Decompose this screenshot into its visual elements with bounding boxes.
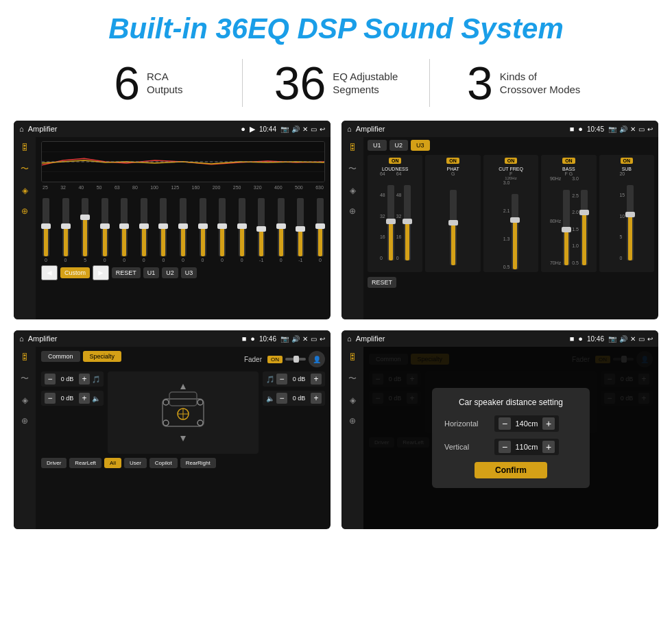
confirm-button[interactable]: Confirm: [475, 462, 547, 478]
eq-slider-11: -1: [258, 198, 265, 263]
svg-point-13: [163, 420, 169, 426]
crossover-u2-button[interactable]: U2: [389, 140, 409, 151]
horizontal-value: 140cm: [514, 419, 540, 428]
fader-label: Fader: [244, 356, 262, 363]
crossover-reset: RESET: [368, 275, 654, 288]
spk-copilot-btn[interactable]: Copilot: [149, 458, 178, 468]
tab-common[interactable]: Common: [41, 351, 80, 362]
phat-label: PHAT: [428, 167, 477, 171]
fader-slider-icon: [285, 354, 306, 364]
vertical-plus-btn[interactable]: +: [542, 441, 555, 453]
back-icon-2[interactable]: ↩: [647, 125, 653, 133]
speaker-left-controls: − 0 dB + 🎵 − 0 dB + 🔈: [41, 371, 104, 454]
eq-slider-9: 0: [219, 198, 226, 263]
speaker-tune-icon[interactable]: 🎛: [21, 352, 29, 362]
stat-crossover: 3 Kinds ofCrossover Modes: [430, 60, 617, 106]
close-icon[interactable]: ✕: [302, 125, 308, 133]
svg-marker-16: [180, 436, 186, 441]
back-icon-3[interactable]: ↩: [320, 335, 325, 343]
eq-prev-button[interactable]: ◄: [41, 265, 58, 280]
home-icon[interactable]: ⌂: [19, 125, 24, 133]
eq-slider-6: 0: [160, 198, 167, 263]
eq-reset-button[interactable]: RESET: [112, 267, 141, 278]
spk-rearright-btn[interactable]: RearRight: [180, 458, 216, 468]
speaker-speaker-icon[interactable]: ◈: [22, 395, 28, 405]
crossover-tune-icon[interactable]: 🎛: [348, 143, 357, 152]
screen-crossover-topbar: ⌂ Amplifier ■ ● 10:45 📷 🔊 ✕ ▭ ↩: [341, 121, 658, 137]
distance-extra-icon[interactable]: ⊕: [349, 416, 356, 426]
vol-rl-plus[interactable]: +: [79, 393, 90, 404]
vol-rr-minus[interactable]: −: [276, 393, 287, 404]
close-icon-2[interactable]: ✕: [630, 125, 636, 133]
play-icon[interactable]: ▶: [250, 125, 255, 134]
vol-fr-plus[interactable]: +: [311, 374, 322, 385]
tab-specialty[interactable]: Specialty: [83, 351, 122, 362]
vol-rr-val: 0 dB: [289, 395, 309, 402]
eq-wave-icon[interactable]: 〜: [21, 163, 29, 175]
rl-speaker-icon: 🔈: [92, 395, 100, 402]
eq-tune-icon[interactable]: 🎛: [21, 143, 29, 152]
close-icon-3[interactable]: ✕: [302, 335, 308, 343]
vertical-value: 110cm: [514, 443, 540, 451]
crossover-u3-button[interactable]: U3: [411, 140, 430, 151]
speaker-right-controls: 🎵 − 0 dB + 🔈 − 0 dB +: [263, 371, 325, 454]
vol-fr-minus[interactable]: −: [276, 374, 287, 385]
distance-speaker-icon[interactable]: ◈: [350, 395, 356, 405]
eq-u2-button[interactable]: U2: [162, 267, 178, 278]
crossover-speaker-icon[interactable]: ◈: [350, 186, 356, 195]
eq-next-button[interactable]: ►: [93, 265, 109, 280]
speaker-extra-icon[interactable]: ⊕: [21, 416, 28, 426]
eq-extra-icon[interactable]: ⊕: [21, 206, 28, 216]
screen-eq-title: Amplifier: [28, 125, 237, 133]
crossover-wave-icon[interactable]: 〜: [348, 163, 357, 175]
distance-wave-icon[interactable]: 〜: [348, 373, 357, 385]
horizontal-plus-btn[interactable]: +: [542, 417, 555, 430]
eq-u3-button[interactable]: U3: [181, 267, 197, 278]
eq-slider-8: 0: [200, 198, 206, 263]
back-icon-4[interactable]: ↩: [647, 335, 653, 343]
screen-crossover: ⌂ Amplifier ■ ● 10:45 📷 🔊 ✕ ▭ ↩ 🎛 〜 ◈ ⊕: [341, 121, 658, 319]
horizontal-minus-btn[interactable]: −: [499, 417, 511, 430]
loudness-label: LOUDNESS: [370, 167, 420, 171]
profile-button[interactable]: 👤: [309, 351, 325, 367]
phat-sliders: [428, 176, 477, 265]
stat-eq-label: EQ AdjustableSegments: [333, 70, 398, 97]
vol-rr-plus[interactable]: +: [311, 393, 322, 404]
speaker-wave-icon[interactable]: 〜: [21, 373, 29, 385]
volume-icon-3: 🔊: [291, 335, 300, 343]
crossover-u1-button[interactable]: U1: [368, 140, 387, 151]
vol-rl-minus[interactable]: −: [45, 393, 56, 404]
screen-crossover-time: 10:45: [587, 125, 604, 133]
crossover-extra-icon[interactable]: ⊕: [349, 206, 356, 216]
eq-u1-button[interactable]: U1: [143, 267, 160, 278]
camera-icon-2: 📷: [608, 125, 616, 133]
crossover-channels: ON LOUDNESS 644832160 644832160: [368, 155, 654, 272]
vol-row-fl: − 0 dB + 🎵: [41, 371, 104, 387]
eq-custom-button[interactable]: Custom: [60, 267, 90, 278]
loudness-sliders: 644832160 644832160: [370, 171, 420, 260]
spk-user-btn[interactable]: User: [124, 458, 147, 468]
channel-sub: ON SUB 20151050: [599, 155, 654, 272]
home-icon-4[interactable]: ⌂: [347, 334, 352, 343]
screen-speaker-title: Amplifier: [28, 334, 238, 343]
spk-all-btn[interactable]: All: [104, 458, 121, 468]
eq-slider-0: 0: [43, 198, 49, 263]
screen-crossover-title: Amplifier: [356, 125, 566, 133]
speaker-bottom-btns: Driver RearLeft All User Copilot RearRig…: [41, 458, 325, 468]
distance-tune-icon[interactable]: 🎛: [348, 352, 357, 362]
dot2-icon: ●: [578, 125, 583, 133]
eq-slider-13: -1: [297, 198, 304, 263]
close-icon-4[interactable]: ✕: [630, 335, 636, 343]
camera-icon-3: 📷: [280, 335, 289, 343]
eq-slider-7: 0: [180, 198, 187, 263]
spk-rearleft-btn[interactable]: RearLeft: [69, 458, 101, 468]
vertical-minus-btn[interactable]: −: [499, 441, 511, 453]
vol-fl-minus[interactable]: −: [45, 374, 56, 385]
crossover-reset-button[interactable]: RESET: [368, 277, 396, 288]
spk-driver-btn[interactable]: Driver: [41, 458, 67, 468]
home-icon-3[interactable]: ⌂: [19, 334, 24, 343]
home-icon-2[interactable]: ⌂: [347, 125, 352, 133]
vol-fl-plus[interactable]: +: [79, 374, 90, 385]
eq-speaker-icon[interactable]: ◈: [22, 186, 28, 195]
back-icon[interactable]: ↩: [320, 125, 325, 133]
